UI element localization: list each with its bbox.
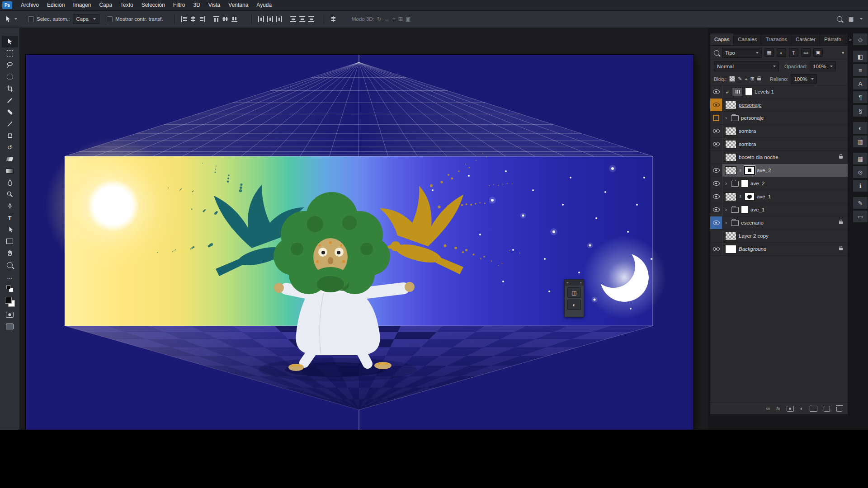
clone-stamp-tool[interactable] (2, 130, 18, 141)
visibility-toggle[interactable] (710, 243, 722, 255)
eraser-tool[interactable] (2, 153, 18, 165)
quick-selection-tool[interactable] (2, 71, 18, 83)
align-left-edges-button[interactable] (181, 16, 188, 22)
mini-adjustments-button[interactable]: ◫ (567, 287, 581, 298)
align-top-edges-button[interactable] (213, 16, 219, 23)
menu-capa[interactable]: Capa (95, 0, 116, 10)
pen-tool[interactable] (2, 200, 18, 212)
distribute-right-button[interactable] (276, 16, 283, 22)
visibility-toggle[interactable] (710, 216, 722, 229)
filter-switch-icon[interactable]: ● (842, 51, 844, 55)
delete-layer-button[interactable] (836, 405, 842, 412)
tab-canales[interactable]: Canales (734, 33, 761, 45)
layer-thumbnail[interactable] (725, 192, 736, 201)
layer-thumbnail[interactable] (725, 140, 736, 149)
lasso-tool[interactable] (2, 59, 18, 71)
layer-row[interactable]: › personaje (710, 112, 848, 125)
tab-parrafo[interactable]: Párrafo (820, 33, 846, 45)
eyedropper-tool[interactable] (2, 94, 18, 106)
default-colors-button[interactable] (2, 282, 18, 294)
collapse-panel-icon[interactable]: » (849, 37, 852, 42)
align-right-edges-button[interactable] (199, 16, 206, 22)
layer-thumbnail[interactable] (725, 245, 736, 253)
add-mask-button[interactable] (787, 406, 794, 412)
mask-link-icon[interactable]: ∞ (738, 195, 743, 198)
layer-row[interactable]: sombra (710, 125, 848, 138)
filter-kind-dropdown[interactable]: Tipo (722, 48, 762, 58)
workspace-layout-icon[interactable]: ▦ (849, 16, 854, 22)
group-disclosure-icon[interactable]: › (725, 220, 729, 226)
align-horizontal-centers-button[interactable] (190, 16, 197, 22)
layer-thumbnail[interactable] (725, 101, 736, 109)
auto-align-layers-button[interactable] (330, 16, 337, 22)
3d-rotate-icon[interactable]: ↻ (377, 16, 382, 22)
panel-adjustments-icon[interactable]: ◐ (853, 122, 868, 134)
visibility-toggle[interactable] (710, 190, 722, 203)
distribute-top-button[interactable] (290, 16, 296, 23)
filter-pixel-layers-button[interactable]: ▦ (764, 48, 774, 57)
mini-sphere-button[interactable]: ◐ (567, 300, 581, 310)
visibility-toggle[interactable] (710, 138, 722, 150)
chevron-down-icon[interactable] (860, 18, 863, 20)
panel-brush-icon[interactable]: ✎ (853, 197, 868, 209)
panel-timeline-icon[interactable]: ▭ (853, 210, 868, 223)
panel-properties-icon[interactable]: ≡ (853, 64, 868, 76)
lock-transparent-pixels-icon[interactable] (729, 76, 735, 82)
layer-thumbnail[interactable] (725, 153, 736, 162)
show-transform-checkbox[interactable] (107, 16, 113, 22)
visibility-toggle[interactable] (710, 203, 722, 216)
filter-shape-layers-button[interactable]: ▭ (801, 48, 811, 57)
new-adjustment-layer-button[interactable]: ◐ (800, 405, 803, 412)
edit-toolbar-button[interactable]: … (2, 271, 18, 282)
group-disclosure-icon[interactable]: › (725, 180, 729, 187)
auto-select-target-dropdown[interactable]: Capa (73, 14, 100, 24)
distribute-vertical-centers-button[interactable] (299, 16, 305, 23)
tab-caracter[interactable]: Carácter (792, 33, 820, 45)
menu-imagen[interactable]: Imagen (69, 0, 95, 10)
blend-mode-dropdown[interactable]: Normal (714, 61, 779, 71)
layer-row[interactable]: boceto dia noche (710, 151, 848, 164)
layer-thumbnail[interactable] (725, 232, 736, 240)
menu-texto[interactable]: Texto (116, 0, 137, 10)
group-mask-thumbnail[interactable] (741, 206, 748, 214)
layer-row[interactable]: ∞ ave_1 (710, 190, 848, 203)
auto-select-checkbox[interactable] (28, 16, 34, 22)
distribute-horizontal-centers-button[interactable] (267, 16, 274, 22)
quick-mask-button[interactable] (2, 309, 18, 320)
new-layer-button[interactable] (824, 406, 830, 412)
mask-link-icon[interactable]: ∞ (738, 169, 743, 172)
align-vertical-centers-button[interactable] (222, 16, 228, 23)
layer-style-button[interactable]: fx (776, 406, 780, 411)
layer-mask-thumbnail[interactable] (745, 192, 755, 201)
gradient-tool[interactable] (2, 165, 18, 177)
3d-scale-icon[interactable]: ▣ (406, 16, 410, 22)
lock-image-pixels-icon[interactable]: ✎ (738, 76, 742, 82)
layer-row[interactable]: personaje (710, 99, 848, 112)
search-icon[interactable] (837, 16, 842, 22)
foreground-color-swatch[interactable] (5, 297, 12, 304)
menu-archivo[interactable]: Archivo (17, 0, 43, 10)
menu-vista[interactable]: Vista (204, 0, 224, 10)
group-disclosure-icon[interactable]: › (725, 206, 729, 213)
menu-ventana[interactable]: Ventana (224, 0, 252, 10)
hand-tool[interactable] (2, 247, 18, 259)
menu-seleccion[interactable]: Selección (137, 0, 169, 10)
panel-color-icon[interactable]: ◧ (853, 50, 868, 63)
menu-ayuda[interactable]: Ayuda (252, 0, 276, 10)
panel-expand-icon[interactable]: » (566, 281, 568, 285)
3d-roll-icon[interactable]: ↔ (384, 16, 390, 22)
visibility-toggle[interactable] (710, 99, 722, 111)
visibility-toggle[interactable] (710, 230, 722, 242)
crop-tool[interactable] (2, 83, 18, 94)
document-canvas[interactable]: » × ◫ ◐ (26, 55, 693, 430)
3d-drag-icon[interactable]: + (392, 16, 396, 22)
visibility-toggle[interactable] (710, 112, 722, 124)
zoom-tool[interactable] (2, 259, 18, 271)
blur-tool[interactable] (2, 177, 18, 188)
panel-clone-source-icon[interactable]: ⊙ (853, 166, 868, 178)
screen-mode-button[interactable] (2, 320, 18, 332)
panel-paragraph-icon[interactable]: ¶ (853, 91, 868, 103)
foreground-background-swatches[interactable] (5, 297, 15, 307)
tab-capas[interactable]: Capas (710, 33, 734, 45)
filter-adjustment-layers-button[interactable]: ◐ (777, 48, 786, 57)
